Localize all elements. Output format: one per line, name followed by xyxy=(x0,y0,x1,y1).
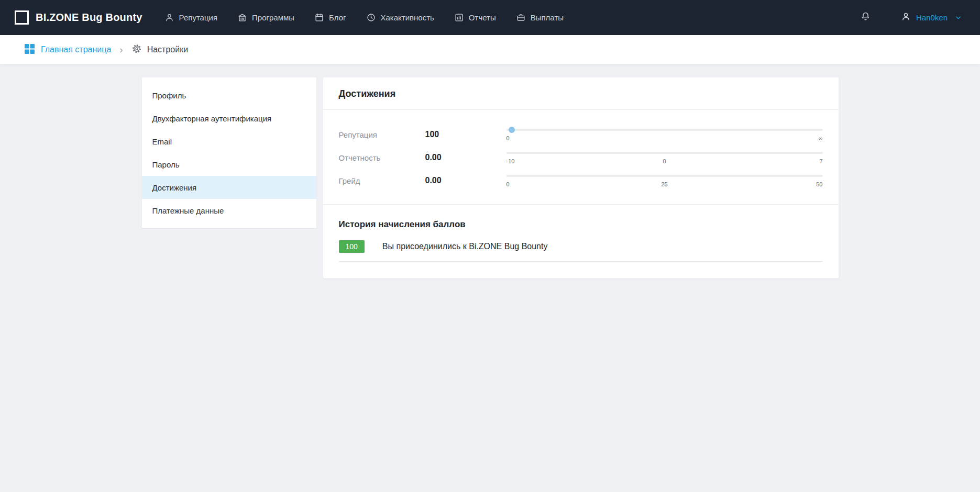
points-badge: 100 xyxy=(339,240,365,253)
slider-track[interactable] xyxy=(506,129,823,131)
nav-item-programs[interactable]: Программы xyxy=(237,13,294,23)
metric-label: Отчетность xyxy=(339,153,425,162)
reputation-icon xyxy=(164,13,174,23)
breadcrumb-home-label: Главная страница xyxy=(41,45,111,54)
breadcrumb-separator-icon: › xyxy=(119,44,123,55)
reports-icon xyxy=(454,13,464,23)
nav-item-reputation[interactable]: Репутация xyxy=(164,13,217,23)
user-name: Han0ken xyxy=(916,13,948,22)
nav-item-blog[interactable]: Блог xyxy=(314,13,346,23)
activity-icon xyxy=(366,13,376,23)
bell-icon xyxy=(860,11,871,24)
slider-track[interactable] xyxy=(506,175,823,177)
main-nav: Репутация Программы Блог Хакактивность О… xyxy=(164,13,564,23)
history-text: Вы присоединились к Bi.ZONE Bug Bounty xyxy=(382,242,548,251)
top-navbar: BI.ZONE Bug Bounty Репутация Программы Б… xyxy=(0,0,980,35)
nav-item-label: Блог xyxy=(329,13,346,22)
main-content: Профиль Двухфакторная аутентификация Ema… xyxy=(142,77,839,278)
slider-scale: 0 25 50 xyxy=(506,181,823,187)
scale-max-label: 7 xyxy=(819,158,822,164)
gear-icon xyxy=(131,43,142,56)
achievements-card: Достижения Репутация 100 0 ∞ Отчетн xyxy=(323,77,839,278)
sidebar-item-achievements[interactable]: Достижения xyxy=(142,176,316,199)
user-menu[interactable]: Han0ken xyxy=(900,11,962,24)
scale-max-label: 50 xyxy=(816,181,822,187)
scale-max-label: ∞ xyxy=(819,135,823,141)
slider-scale: -10 0 7 xyxy=(506,158,823,164)
reputation-slider: 0 ∞ xyxy=(506,128,823,141)
topnav-right: Han0ken xyxy=(860,11,962,24)
nav-item-label: Выплаты xyxy=(531,13,564,22)
scale-min-label: 0 xyxy=(506,135,510,141)
sidebar-item-password[interactable]: Пароль xyxy=(142,153,316,176)
scale-min-label: -10 xyxy=(506,158,515,164)
programs-icon xyxy=(237,13,247,23)
chevron-down-icon xyxy=(954,14,962,21)
slider-scale: 0 ∞ xyxy=(506,135,823,141)
breadcrumb-current: Настройки xyxy=(131,43,188,56)
nav-item-label: Хакактивность xyxy=(381,13,434,22)
bizone-logo-icon xyxy=(15,10,29,25)
metric-row-reputation: Репутация 100 0 ∞ xyxy=(339,128,823,141)
sidebar-item-2fa[interactable]: Двухфакторная аутентификация xyxy=(142,107,316,130)
slider-handle[interactable] xyxy=(509,127,515,133)
card-title: Достижения xyxy=(323,77,839,110)
scale-min-label: 0 xyxy=(506,181,510,187)
brand[interactable]: BI.ZONE Bug Bounty xyxy=(15,10,142,25)
metric-row-grade: Грейд 0.00 0 25 50 xyxy=(339,174,823,187)
sidebar-item-payment-details[interactable]: Платежные данные xyxy=(142,199,316,222)
metric-label: Грейд xyxy=(339,176,425,185)
history-item: 100 Вы присоединились к Bi.ZONE Bug Boun… xyxy=(339,240,823,262)
notifications-button[interactable] xyxy=(860,11,871,24)
history-title: История начисления баллов xyxy=(323,205,839,233)
blog-icon xyxy=(314,13,324,23)
sidebar-item-email[interactable]: Email xyxy=(142,130,316,153)
scale-mid-label: 25 xyxy=(661,181,667,187)
metric-value: 100 xyxy=(425,130,506,139)
nav-item-reports[interactable]: Отчеты xyxy=(454,13,496,23)
payouts-icon xyxy=(516,13,526,23)
sidebar-item-profile[interactable]: Профиль xyxy=(142,84,316,107)
metric-row-reporting: Отчетность 0.00 -10 0 7 xyxy=(339,151,823,164)
nav-item-label: Репутация xyxy=(179,13,217,22)
nav-item-payouts[interactable]: Выплаты xyxy=(516,13,564,23)
reporting-slider: -10 0 7 xyxy=(506,151,823,164)
breadcrumb-current-label: Настройки xyxy=(147,45,188,54)
slider-track[interactable] xyxy=(506,152,823,154)
metric-value: 0.00 xyxy=(425,176,506,185)
grade-slider: 0 25 50 xyxy=(506,174,823,187)
brand-name: BI.ZONE Bug Bounty xyxy=(36,12,142,24)
metric-value: 0.00 xyxy=(425,153,506,162)
scale-mid-label: 0 xyxy=(663,158,666,164)
user-icon xyxy=(900,11,911,24)
breadcrumb-home-link[interactable]: Главная страница xyxy=(24,43,111,57)
metric-label: Репутация xyxy=(339,130,425,139)
metrics-section: Репутация 100 0 ∞ Отчетность 0.00 xyxy=(323,110,839,205)
breadcrumb: Главная страница › Настройки xyxy=(0,35,980,64)
home-grid-icon xyxy=(24,43,35,57)
nav-item-label: Программы xyxy=(252,13,294,22)
settings-sidebar: Профиль Двухфакторная аутентификация Ema… xyxy=(142,77,316,228)
nav-item-activity[interactable]: Хакактивность xyxy=(366,13,434,23)
nav-item-label: Отчеты xyxy=(469,13,496,22)
